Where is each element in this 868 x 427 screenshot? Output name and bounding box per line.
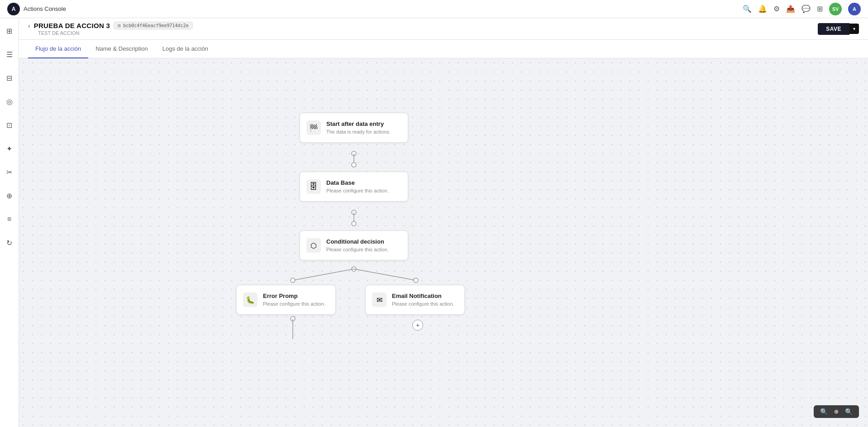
node-email[interactable]: ✉ Email Notification Please configure th… (365, 285, 465, 315)
page-header-top: ‹ PRUEBA DE ACCION 3 ⊟ bcb0c4f46eacf9ee9… (28, 22, 812, 29)
bell-icon[interactable]: 🔔 (758, 5, 767, 13)
page-subtitle: TEST DE ACCION (28, 30, 812, 36)
sidebar-icon-grid[interactable]: ⊞ (2, 24, 17, 38)
node-email-content: Email Notification Please configure this… (392, 293, 456, 307)
tabs-bar: Flujo de la acción Name & Description Lo… (19, 40, 868, 58)
page-header-inner: ‹ PRUEBA DE ACCION 3 ⊟ bcb0c4f46eacf9ee9… (28, 22, 812, 36)
svg-point-2 (352, 163, 356, 167)
sidebar-icon-target[interactable]: ◎ (2, 94, 17, 109)
node-error-title: Error Promp (263, 293, 327, 299)
svg-point-6 (352, 267, 356, 271)
settings-icon[interactable]: ⚙ (773, 5, 780, 13)
sidebar-icon-users[interactable]: ⊕ (2, 188, 17, 203)
svg-line-9 (354, 269, 416, 280)
app-logo: A (7, 3, 20, 15)
svg-line-7 (293, 269, 354, 280)
node-database-title: Data Base (326, 179, 400, 186)
add-button-email[interactable]: + (412, 320, 423, 331)
id-badge: ⊟ bcb0c4f46eacf9ee9714dc2e (114, 22, 193, 29)
node-email-icon: ✉ (372, 293, 386, 307)
svg-point-8 (291, 278, 295, 283)
tab-name-desc[interactable]: Name & Description (88, 40, 155, 58)
node-error-promp[interactable]: 🐛 Error Promp Please configure this acti… (236, 285, 336, 315)
page-header: ‹ PRUEBA DE ACCION 3 ⊟ bcb0c4f46eacf9ee9… (19, 18, 868, 40)
node-email-desc: Please configure this action. (392, 301, 456, 307)
flow-connections (19, 58, 868, 427)
save-button[interactable]: SAVE (818, 23, 849, 35)
sidebar-icon-inbox[interactable]: ⊡ (2, 118, 17, 132)
zoom-out-button[interactable]: 🔍 (817, 407, 830, 416)
sidebar-icon-layers[interactable]: ☰ (2, 47, 17, 62)
search-icon[interactable]: 🔍 (743, 5, 752, 13)
grid-nav-icon[interactable]: ⊞ (817, 5, 823, 13)
user-avatar-blue[interactable]: A (848, 3, 861, 15)
sidebar-icon-tools[interactable]: ✂ (2, 165, 17, 179)
node-database-content: Data Base Please configure this action. (326, 179, 400, 193)
node-database-icon: 🗄 (306, 179, 321, 194)
app-title: Actions Console (24, 5, 739, 12)
main-layout: ⊞ ☰ ⊟ ◎ ⊡ ✦ ✂ ⊕ ≡ ↻ ‹ PRUEBA DE ACCION 3… (0, 18, 868, 427)
node-conditional-icon: ⬡ (306, 238, 321, 253)
node-start[interactable]: 🏁 Start after data entry The data is rea… (300, 113, 408, 143)
svg-point-5 (352, 221, 356, 226)
flow-canvas[interactable]: 🏁 Start after data entry The data is rea… (19, 58, 868, 427)
svg-point-10 (414, 278, 418, 283)
svg-point-3 (352, 210, 356, 215)
upload-icon[interactable]: 📤 (786, 5, 795, 13)
top-nav-icons: 🔍 🔔 ⚙ 📤 💬 ⊞ SV A (743, 3, 861, 15)
node-database-desc: Please configure this action. (326, 188, 400, 193)
message-icon[interactable]: 💬 (801, 5, 811, 13)
zoom-controls: 🔍 ⊕ 🔍 (814, 405, 859, 418)
zoom-fit-button[interactable]: ⊕ (831, 407, 841, 416)
node-email-title: Email Notification (392, 293, 456, 299)
node-error-desc: Please configure this action. (263, 301, 327, 307)
node-conditional-content: Conditional decision Please configure th… (326, 238, 400, 252)
node-conditional-desc: Please configure this action. (326, 247, 400, 252)
svg-point-0 (352, 151, 356, 156)
user-avatar-green[interactable]: SV (829, 3, 842, 15)
save-button-group: SAVE ▾ (818, 23, 859, 35)
node-start-content: Start after data entry The data is ready… (326, 120, 400, 134)
node-error-content: Error Promp Please configure this action… (263, 293, 327, 307)
sidebar-icon-notes[interactable]: ≡ (2, 212, 17, 226)
zoom-in-button[interactable]: 🔍 (842, 407, 855, 416)
node-database[interactable]: 🗄 Data Base Please configure this action… (300, 172, 408, 202)
sidebar: ⊞ ☰ ⊟ ◎ ⊡ ✦ ✂ ⊕ ≡ ↻ (0, 18, 19, 427)
content-area: ‹ PRUEBA DE ACCION 3 ⊟ bcb0c4f46eacf9ee9… (19, 18, 868, 427)
back-button[interactable]: ‹ (28, 22, 30, 29)
tab-logs[interactable]: Logs de la acción (155, 40, 215, 58)
node-error-icon: 🐛 (243, 293, 258, 307)
save-dropdown-button[interactable]: ▾ (849, 24, 859, 34)
sidebar-icon-table[interactable]: ⊟ (2, 71, 17, 85)
svg-point-11 (291, 317, 295, 321)
node-conditional-title: Conditional decision (326, 238, 400, 245)
page-title: PRUEBA DE ACCION 3 (34, 22, 110, 29)
node-start-desc: The data is ready for actions. (326, 129, 400, 134)
sidebar-icon-refresh[interactable]: ↻ (2, 235, 17, 250)
node-start-icon: 🏁 (306, 120, 321, 135)
top-nav: A Actions Console 🔍 🔔 ⚙ 📤 💬 ⊞ SV A (0, 0, 868, 18)
tab-flujo[interactable]: Flujo de la acción (28, 40, 88, 58)
node-conditional[interactable]: ⬡ Conditional decision Please configure … (300, 230, 408, 260)
sidebar-icon-person[interactable]: ✦ (2, 141, 17, 156)
node-start-title: Start after data entry (326, 120, 400, 127)
